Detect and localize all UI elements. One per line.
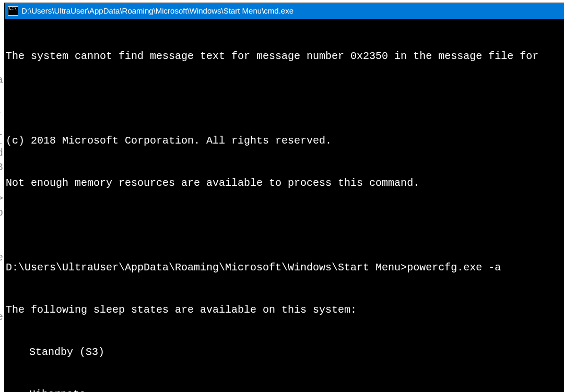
titlebar[interactable]: D:\Users\UltraUser\AppData\Roaming\Micro…	[5, 3, 564, 19]
cmd-icon	[8, 6, 18, 16]
terminal-output[interactable]: The system cannot find message text for …	[5, 19, 564, 392]
background-window-edge: a , [ d 3 > p e e	[0, 0, 5, 392]
gutter-frag: p	[0, 206, 3, 220]
output-line: (c) 2018 Microsoft Corporation. All righ…	[5, 134, 564, 148]
output-line: Standby (S3)	[5, 345, 564, 359]
gutter-frag: e	[0, 251, 3, 265]
gutter-frag: 3	[0, 160, 3, 174]
gutter-frag: ,	[0, 104, 3, 118]
gutter-frag: [	[0, 132, 3, 146]
output-line: Hibernate	[5, 387, 564, 392]
gutter-frag: >	[0, 192, 3, 206]
gutter-frag: a	[0, 73, 3, 87]
output-line	[5, 218, 564, 232]
window-title: D:\Users\UltraUser\AppData\Roaming\Micro…	[21, 3, 293, 19]
gutter-frag: e	[0, 310, 3, 324]
prompt-line: D:\Users\UltraUser\AppData\Roaming\Micro…	[5, 260, 564, 275]
cmd-window: D:\Users\UltraUser\AppData\Roaming\Micro…	[5, 3, 564, 392]
output-line: The following sleep states are available…	[5, 303, 564, 317]
gutter-frag: d	[0, 146, 3, 160]
output-line: The system cannot find message text for …	[5, 49, 564, 63]
output-line: Not enough memory resources are availabl…	[5, 176, 564, 190]
output-line	[5, 91, 564, 105]
